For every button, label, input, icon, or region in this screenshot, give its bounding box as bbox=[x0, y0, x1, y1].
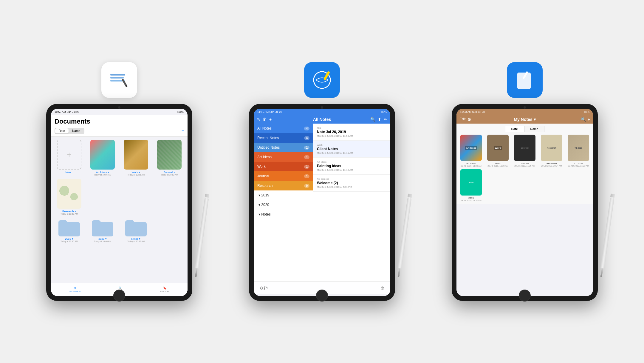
art-ideas-date: Today at 10:56 AM bbox=[94, 174, 111, 176]
folder-2020-label: 2020 ▾ bbox=[98, 237, 107, 240]
note-card-t1[interactable]: T1 2020 T1 2020 28 Apr 2019, 11:23 AM bbox=[566, 135, 591, 167]
research-item[interactable]: Research ▾ Today at 10:50 AM bbox=[54, 179, 84, 215]
note-item-2[interactable]: Work Client Notes Modified Jul 26, 2019 … bbox=[313, 141, 390, 158]
notes-sidebar: All Notes 4 Recent Notes 4 Untitled Note… bbox=[254, 124, 313, 281]
ipad-screen-2: 11:15 AM Sun Jul 28 88% ✎ 🗑 + All Notes … bbox=[254, 109, 390, 296]
note-card-journal[interactable]: Journal Journal 28 Jul 2019, 11:25 AM bbox=[513, 135, 537, 167]
folder-2019[interactable]: 2019 ▾ Today at 10:45 AM bbox=[54, 218, 84, 242]
tab-favorites[interactable]: 🔖 Favorites bbox=[160, 287, 170, 293]
compose-icon[interactable]: ✏ bbox=[384, 117, 387, 122]
sidebar-2020[interactable]: ▾ 2020 bbox=[254, 200, 313, 210]
art-ideas-item[interactable]: Art Ideas ▾ Today at 10:56 AM bbox=[87, 140, 118, 176]
trash-icon[interactable]: 🗑 bbox=[263, 117, 267, 122]
sidebar-work[interactable]: Work 1 bbox=[254, 162, 313, 171]
journal-item[interactable]: Journal ▾ Today at 10:52 AM bbox=[154, 140, 185, 176]
ipad-home-button-1[interactable] bbox=[113, 290, 125, 302]
ipad3-header-left: Edit ⚙ bbox=[459, 117, 471, 122]
new-doc-item[interactable]: + New... bbox=[54, 140, 84, 176]
note-date-2: Modified Jul 26, 2019 at 11:11 AM bbox=[317, 152, 387, 154]
note-card-research[interactable]: Research Research 28 Jul 2019, 10:34 AM bbox=[539, 135, 564, 167]
note-card-journal-date: 28 Jul 2019, 11:25 AM bbox=[514, 165, 535, 167]
folder-2019-icon bbox=[57, 218, 81, 237]
notes-list: Title Note Jul 26, 2019 Modified Jul 26,… bbox=[313, 124, 390, 281]
note-date-1: Modified Jul 26, 2019 at 11:53 AM bbox=[317, 135, 387, 137]
svg-rect-0 bbox=[110, 74, 125, 76]
sort-date-btn-3[interactable]: Date bbox=[505, 126, 524, 132]
sidebar-journal[interactable]: Journal 1 bbox=[254, 171, 313, 181]
sidebar-art-ideas[interactable]: Art Ideas 1 bbox=[254, 152, 313, 162]
note-card-2019-date: 28 Jul 2019, 11:37 AM bbox=[461, 199, 482, 202]
search-btn-3[interactable]: 🔍 bbox=[581, 117, 586, 122]
note-item-3[interactable]: Art Ideas Painting Ideas Modified Jul 26… bbox=[313, 158, 390, 175]
note-card-research-label: Research bbox=[547, 162, 557, 165]
ipad2-header: ✎ 🗑 + All Notes 🔍 ⬆ ✏ bbox=[254, 115, 390, 124]
goodnotes-app-icon[interactable] bbox=[101, 62, 137, 98]
folder-notes[interactable]: Notes ▾ Today at 10:47 AM bbox=[121, 218, 151, 242]
new-doc-label: New... bbox=[65, 171, 73, 174]
add-icon[interactable]: + bbox=[269, 117, 272, 122]
note-thumb-journal: Journal bbox=[514, 135, 535, 161]
note-item-1[interactable]: Title Note Jul 26, 2019 Modified Jul 26,… bbox=[313, 124, 390, 141]
sidebar-recent-notes[interactable]: Recent Notes 4 bbox=[254, 133, 313, 143]
sidebar-untitled-notes[interactable]: Untitled Notes 1 bbox=[254, 143, 313, 152]
note-thumb-2019: 2019 bbox=[460, 169, 482, 196]
note-title-1: Note Jul 26, 2019 bbox=[317, 130, 387, 134]
sidebar-notes-folder[interactable]: ▾ Notes bbox=[254, 210, 313, 219]
battery-1: 100% bbox=[177, 110, 184, 113]
note-title-3: Painting Ideas bbox=[317, 164, 387, 168]
sort-name-btn-3[interactable]: Name bbox=[524, 126, 545, 132]
sidebar-research[interactable]: Research 0 bbox=[254, 181, 313, 190]
sidebar-all-notes[interactable]: All Notes 4 bbox=[254, 124, 313, 133]
note-card-t1-date: 28 Apr 2019, 11:23 AM bbox=[568, 165, 589, 167]
documents-tab-label: Documents bbox=[69, 290, 81, 293]
svg-rect-1 bbox=[110, 77, 124, 79]
ipad-screen-3: 11:03 AM Sun Jul 28 88% Edit ⚙ My Notes … bbox=[456, 109, 593, 296]
apple-pencil-2 bbox=[396, 193, 413, 277]
tab-documents[interactable]: ⊞ Documents bbox=[69, 287, 81, 293]
footer-trash-icon[interactable]: 🗑 bbox=[380, 286, 384, 290]
folders-grid: 2019 ▾ Today at 10:45 AM 2020 ▾ Today at… bbox=[51, 218, 188, 245]
footer-settings-icon[interactable]: ⚙ bbox=[260, 286, 264, 290]
sidebar-2019[interactable]: ▾ 2019 bbox=[254, 190, 313, 200]
mynotes-app-icon[interactable] bbox=[507, 62, 543, 98]
note-title-2: Client Notes bbox=[317, 147, 387, 151]
note-thumb-research: Research bbox=[541, 135, 562, 161]
note-card-t1-label: T1 2020 bbox=[574, 162, 583, 165]
goodnotes-section: 10:55 AM Sun Jul 28 100% Documents Date … bbox=[46, 62, 192, 301]
sort-name-btn[interactable]: Name bbox=[69, 128, 84, 133]
folder-2019-label: 2019 ▾ bbox=[65, 237, 73, 240]
sort-segment[interactable]: Date Name bbox=[55, 128, 84, 134]
folder-2020[interactable]: 2020 ▾ Today at 10:46 AM bbox=[87, 218, 118, 242]
ipad-home-button-3[interactable] bbox=[519, 290, 531, 302]
journal-label: Journal ▾ bbox=[164, 171, 175, 174]
note-card-work[interactable]: Work Work 28 Jul 2019, 11:25 AM bbox=[486, 135, 510, 167]
settings-btn[interactable]: ⚙ bbox=[467, 117, 471, 122]
time-1: 10:55 AM Sun Jul 28 bbox=[55, 110, 79, 113]
note-date-4: Modified Jul 26, 2019 at 5:31 PM bbox=[317, 186, 387, 188]
note-card-art[interactable]: Art Ideas Art Ideas 28 Jul 2019, 11:25 A… bbox=[459, 135, 483, 167]
share-icon[interactable]: ⬆ bbox=[378, 117, 381, 122]
work-item[interactable]: Work ▾ Today at 10:55 AM bbox=[121, 140, 151, 176]
research-date: Today at 10:50 AM bbox=[61, 213, 78, 215]
note-card-2019[interactable]: 2019 2019 28 Jul 2019, 11:37 AM bbox=[459, 169, 483, 202]
art-ideas-thumb bbox=[90, 140, 115, 170]
note-cat-1: Title bbox=[317, 127, 387, 129]
sort-date-btn[interactable]: Date bbox=[55, 128, 69, 133]
search-icon[interactable]: 🔍 bbox=[370, 117, 375, 122]
footer-sync-icon[interactable]: ↻ bbox=[265, 286, 269, 290]
edit-btn[interactable]: Edit bbox=[459, 117, 466, 122]
notes-app-icon[interactable] bbox=[304, 62, 340, 98]
edit-icon[interactable]: ✎ bbox=[257, 117, 260, 122]
ipad-mynotes: 11:03 AM Sun Jul 28 88% Edit ⚙ My Notes … bbox=[452, 104, 598, 301]
note-cat-4: No Subject bbox=[317, 178, 387, 180]
ipad1-navbar: Documents Date Name ≡ bbox=[51, 115, 188, 137]
search-tab-icon: 🔍 bbox=[119, 287, 122, 290]
ipad-screen-1: 10:55 AM Sun Jul 28 100% Documents Date … bbox=[51, 109, 188, 296]
note-item-4[interactable]: No Subject Welcome (2) Modified Jul 26, … bbox=[313, 175, 390, 192]
note-card-art-date: 28 Jul 2019, 11:25 AM bbox=[461, 165, 482, 167]
note-title-4: Welcome (2) bbox=[317, 181, 387, 185]
battery-3: 88% bbox=[584, 110, 589, 113]
ipad-home-button-2[interactable] bbox=[316, 290, 328, 302]
list-icon[interactable]: ≡ bbox=[182, 129, 184, 133]
add-btn-3[interactable]: + bbox=[588, 117, 590, 122]
